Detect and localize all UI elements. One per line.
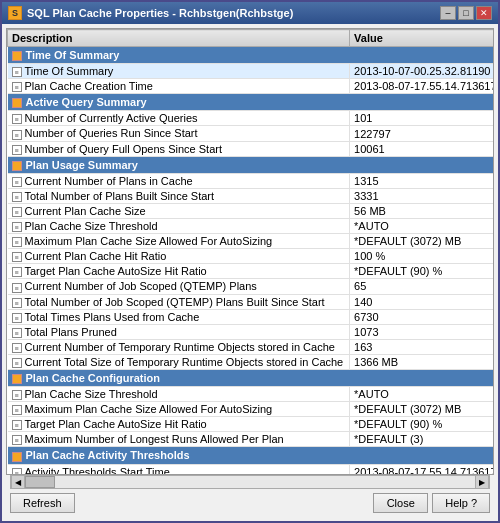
description-cell: ≡Current Number of Plans in Cache [8,173,350,188]
maximize-button[interactable]: □ [458,6,474,20]
table-row: ≡Plan Cache Size Threshold*AUTO [8,387,495,402]
table-row: ≡Time Of Summary2013-10-07-00.25.32.8119… [8,64,495,79]
description-cell: ≡Total Number of Job Scoped (QTEMP) Plan… [8,294,350,309]
table-row: Time Of Summary [8,47,495,64]
table-row: ≡Total Number of Job Scoped (QTEMP) Plan… [8,294,495,309]
table-row: ≡Target Plan Cache AutoSize Hit Ratio*DE… [8,417,495,432]
row-icon: ≡ [12,390,22,400]
app-icon: S [8,6,22,20]
scroll-left-button[interactable]: ◀ [11,475,25,489]
description-cell: ≡Target Plan Cache AutoSize Hit Ratio [8,264,350,279]
refresh-button[interactable]: Refresh [10,493,75,513]
table-row: ≡Maximum Number of Longest Runs Allowed … [8,432,495,447]
row-icon: ≡ [12,420,22,430]
value-cell: 56 MB [350,203,494,218]
scroll-track[interactable] [25,476,475,488]
table-row: ≡Plan Cache Creation Time2013-08-07-17.5… [8,79,495,94]
value-cell: *AUTO [350,219,494,234]
description-cell: ≡Current Plan Cache Size [8,203,350,218]
row-icon: ≡ [12,283,22,293]
row-icon: ≡ [12,177,22,187]
description-cell: ≡Current Total Size of Temporary Runtime… [8,354,350,369]
row-icon: ≡ [12,267,22,277]
value-cell: 163 [350,339,494,354]
table-row: ≡Maximum Plan Cache Size Allowed For Aut… [8,402,495,417]
table-row: ≡Total Number of Plans Built Since Start… [8,188,495,203]
table-row: ≡Current Number of Job Scoped (QTEMP) Pl… [8,279,495,294]
value-cell: *DEFAULT (3072) MB [350,234,494,249]
title-buttons: – □ ✕ [440,6,492,20]
row-icon: ≡ [12,145,22,155]
table-row: ≡Number of Currently Active Queries101 [8,111,495,126]
table-row: Plan Cache Configuration [8,369,495,386]
row-icon: ≡ [12,222,22,232]
title-bar-left: S SQL Plan Cache Properties - Rchbstgen(… [8,6,293,20]
properties-table: Description Value Time Of Summary≡Time O… [7,29,494,475]
value-cell: 65 [350,279,494,294]
table-row: ≡Current Total Size of Temporary Runtime… [8,354,495,369]
table-row: ≡Target Plan Cache AutoSize Hit Ratio*DE… [8,264,495,279]
value-cell: 2013-08-07-17.55.14.713617 [350,464,494,475]
value-cell: *AUTO [350,387,494,402]
section-header-cell: Time Of Summary [8,47,495,64]
table-row: ≡Current Plan Cache Size56 MB [8,203,495,218]
table-row: Plan Usage Summary [8,156,495,173]
section-header-cell: Plan Cache Configuration [8,369,495,386]
scroll-right-button[interactable]: ▶ [475,475,489,489]
table-row: ≡Current Number of Plans in Cache1315 [8,173,495,188]
description-cell: ≡Number of Query Full Opens Since Start [8,141,350,156]
section-header-cell: Active Query Summary [8,94,495,111]
close-window-button[interactable]: ✕ [476,6,492,20]
section-icon [12,98,22,108]
value-cell: 3331 [350,188,494,203]
horizontal-scrollbar[interactable]: ◀ ▶ [10,475,490,489]
value-cell: *DEFAULT (90) % [350,264,494,279]
value-cell: 122797 [350,126,494,141]
description-cell: ≡Maximum Number of Longest Runs Allowed … [8,432,350,447]
row-icon: ≡ [12,405,22,415]
table-row: ≡Current Plan Cache Hit Ratio100 % [8,249,495,264]
help-button[interactable]: Help ? [432,493,490,513]
section-icon [12,161,22,171]
value-cell: 1366 MB [350,354,494,369]
bottom-bar: Refresh Close Help ? [6,489,494,517]
section-icon [12,452,22,462]
close-button[interactable]: Close [373,493,428,513]
description-cell: ≡Maximum Plan Cache Size Allowed For Aut… [8,234,350,249]
description-cell: ≡Total Plans Pruned [8,324,350,339]
row-icon: ≡ [12,237,22,247]
description-cell: ≡Number of Queries Run Since Start [8,126,350,141]
section-icon [12,51,22,61]
table-row: ≡Number of Queries Run Since Start122797 [8,126,495,141]
section-header-cell: Plan Usage Summary [8,156,495,173]
section-header-cell: Plan Cache Activity Thresholds [8,447,495,464]
row-icon: ≡ [12,252,22,262]
minimize-button[interactable]: – [440,6,456,20]
row-icon: ≡ [12,328,22,338]
value-cell: *DEFAULT (3072) MB [350,402,494,417]
properties-table-container[interactable]: Description Value Time Of Summary≡Time O… [6,28,494,475]
col-value: Value [350,30,494,47]
value-cell: 140 [350,294,494,309]
value-cell: 2013-10-07-00.25.32.81190 [350,64,494,79]
row-icon: ≡ [12,207,22,217]
title-bar: S SQL Plan Cache Properties - Rchbstgen(… [2,2,498,24]
value-cell: 1073 [350,324,494,339]
value-cell: 100 % [350,249,494,264]
description-cell: ≡Plan Cache Creation Time [8,79,350,94]
description-cell: ≡Activity Thresholds Start Time [8,464,350,475]
scroll-thumb[interactable] [25,476,55,488]
description-cell: ≡Total Times Plans Used from Cache [8,309,350,324]
table-row: ≡Current Number of Temporary Runtime Obj… [8,339,495,354]
row-icon: ≡ [12,67,22,77]
col-description: Description [8,30,350,47]
description-cell: ≡Plan Cache Size Threshold [8,219,350,234]
value-cell: *DEFAULT (3) [350,432,494,447]
table-row: ≡Number of Query Full Opens Since Start1… [8,141,495,156]
value-cell: 6730 [350,309,494,324]
row-icon: ≡ [12,358,22,368]
table-header-row: Description Value [8,30,495,47]
table-row: ≡Activity Thresholds Start Time2013-08-0… [8,464,495,475]
row-icon: ≡ [12,313,22,323]
row-icon: ≡ [12,435,22,445]
